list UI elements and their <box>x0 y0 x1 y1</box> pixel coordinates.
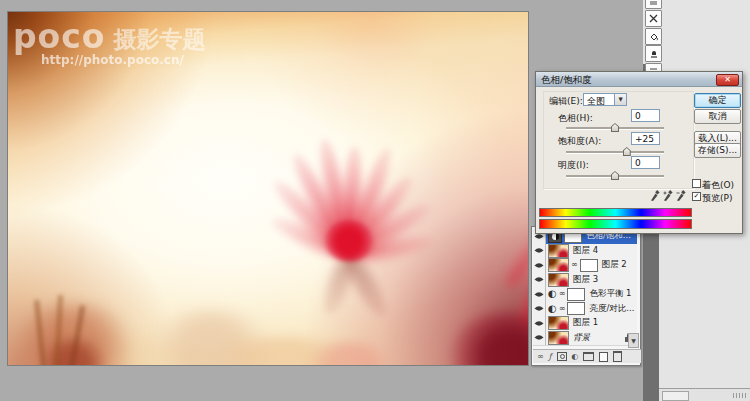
link-icon: ∞ <box>559 290 566 298</box>
ok-button[interactable]: 确定 <box>694 93 741 108</box>
layer-mask-thumbnail[interactable] <box>580 259 598 272</box>
colorize-label: 着色(O) <box>702 179 734 192</box>
layer-name: 图层 1 <box>571 317 598 329</box>
layer-name: 图层 2 <box>600 259 627 271</box>
layer-row-layer3[interactable]: 图层 3 <box>533 273 637 289</box>
eye-icon <box>534 247 544 254</box>
layer-name: 色彩平衡 1 <box>587 288 631 300</box>
bottom-right-statusbar <box>659 388 750 401</box>
status-thumbnail <box>662 391 689 401</box>
layer-row-color-balance[interactable]: ◐∞色彩平衡 1 <box>533 287 637 303</box>
hue-slider[interactable] <box>566 127 664 130</box>
watermark-url: http://photo.poco.cn/ <box>41 54 206 66</box>
visibility-toggle[interactable] <box>533 316 546 331</box>
new-group-icon[interactable] <box>583 352 594 361</box>
close-icon[interactable]: ✕ <box>716 74 739 86</box>
visibility-toggle[interactable] <box>533 244 546 259</box>
visibility-toggle[interactable] <box>533 331 546 346</box>
eye-icon <box>534 262 544 269</box>
hue-saturation-dialog: 色相/饱和度 ✕ 编辑(E): 全图 色相(H): 0 饱和度(A): +25 … <box>535 71 743 234</box>
delete-layer-icon[interactable] <box>613 351 622 362</box>
layer-thumbnail[interactable] <box>548 273 569 287</box>
layer-row-layer4[interactable]: 图层 4 <box>533 244 637 260</box>
eyedropper-minus-icon[interactable] <box>676 187 686 200</box>
layer-row-layer1[interactable]: 图层 1 <box>533 316 637 332</box>
hue-label: 色相(H): <box>558 112 593 125</box>
watermark-brand: poco <box>13 20 106 53</box>
eyedropper-icon[interactable] <box>650 187 660 200</box>
hue-input[interactable]: 0 <box>631 109 660 122</box>
layer-row-brightness-contrast[interactable]: ◐∞亮度/对比... <box>533 302 637 318</box>
resize-grip[interactable] <box>733 393 747 398</box>
eye-icon <box>534 276 544 283</box>
hue-gradient-bar-bottom <box>539 219 692 229</box>
lightness-label: 明度(I): <box>558 159 589 172</box>
lightness-input[interactable]: 0 <box>631 156 660 169</box>
flower-blur-dark <box>448 312 529 366</box>
stamp-icon <box>649 49 659 59</box>
layer-mask-thumbnail[interactable] <box>567 302 585 315</box>
visibility-toggle[interactable] <box>533 287 546 302</box>
link-icon: ∞ <box>571 261 578 269</box>
tool-button-panel-strip[interactable] <box>645 0 662 9</box>
layer-thumbnail[interactable] <box>548 258 569 272</box>
watermark-title: 摄影专题 <box>114 28 206 53</box>
paint-bucket-icon <box>649 32 659 42</box>
panel-strip-icon <box>649 0 658 5</box>
layer-name: 图层 4 <box>571 245 598 257</box>
adjustment-icon[interactable]: ◐ <box>548 289 557 299</box>
crossed-tools-icon <box>649 14 658 23</box>
tool-button-paint-bucket[interactable] <box>645 28 662 45</box>
scrollbar-down-arrow[interactable]: ▼ <box>628 333 639 348</box>
eye-icon <box>534 320 544 327</box>
layer-thumbnail[interactable] <box>548 331 569 345</box>
tool-button-crossed-tools[interactable] <box>645 10 662 27</box>
link-layers-icon[interactable]: ∞ <box>537 353 544 361</box>
dialog-title: 色相/饱和度 <box>541 74 592 87</box>
visibility-toggle[interactable] <box>533 302 546 317</box>
save-button[interactable]: 存储(S)... <box>694 143 741 158</box>
layer-thumbnail[interactable] <box>548 244 569 258</box>
layers-panel: 色相/饱和... 图层 4 ∞图层 2 图层 3 ◐∞色彩平衡 1 ◐∞亮度/对… <box>531 226 641 366</box>
edit-label: 编辑(E): <box>549 95 583 108</box>
add-mask-icon[interactable] <box>557 352 567 361</box>
visibility-toggle[interactable] <box>533 273 546 288</box>
dialog-titlebar[interactable]: 色相/饱和度 ✕ <box>536 72 742 87</box>
eye-icon <box>534 334 544 341</box>
eye-icon <box>534 291 544 298</box>
edit-dropdown[interactable]: 全图 <box>583 93 627 106</box>
photoshop-workspace: poco 摄影专题 http://photo.poco.cn/ 色相/饱和...… <box>0 0 750 401</box>
preview-label: 预览(P) <box>702 192 732 205</box>
layer-style-icon[interactable]: ƒ <box>549 353 552 361</box>
layer-name: 背景 <box>571 332 590 344</box>
colorize-checkbox[interactable] <box>692 179 701 188</box>
saturation-input[interactable]: +25 <box>631 132 660 145</box>
new-layer-icon[interactable] <box>599 352 608 362</box>
layer-row-background[interactable]: 背景 <box>533 331 637 347</box>
link-icon: ∞ <box>559 305 566 313</box>
adjustment-icon[interactable]: ◐ <box>548 304 557 314</box>
tool-button-stamp[interactable] <box>645 45 662 62</box>
cancel-button[interactable]: 取消 <box>694 109 741 124</box>
photo-canvas[interactable]: poco 摄影专题 http://photo.poco.cn/ <box>7 11 529 366</box>
preview-checkbox[interactable]: ✓ <box>692 192 701 201</box>
layer-thumbnail[interactable] <box>548 316 569 330</box>
watermark: poco 摄影专题 http://photo.poco.cn/ <box>13 20 206 66</box>
saturation-label: 饱和度(A): <box>558 135 601 148</box>
layer-name: 图层 3 <box>571 274 598 286</box>
new-adjustment-icon[interactable]: ◐ <box>572 353 579 361</box>
lightness-slider[interactable] <box>566 175 664 178</box>
edit-dropdown-value: 全图 <box>587 96 605 106</box>
hue-gradient-bar-top <box>539 208 692 217</box>
layers-panel-footer: ∞ ƒ ◐ <box>533 349 641 363</box>
visibility-toggle[interactable] <box>533 258 546 273</box>
saturation-slider[interactable] <box>566 151 664 154</box>
layer-name: 亮度/对比... <box>587 303 634 315</box>
eyedropper-plus-icon[interactable] <box>663 187 673 200</box>
layer-mask-thumbnail[interactable] <box>567 288 585 301</box>
chevron-down-icon[interactable] <box>614 94 626 105</box>
eye-icon <box>534 305 544 312</box>
layer-row-layer2[interactable]: ∞图层 2 <box>533 258 637 274</box>
